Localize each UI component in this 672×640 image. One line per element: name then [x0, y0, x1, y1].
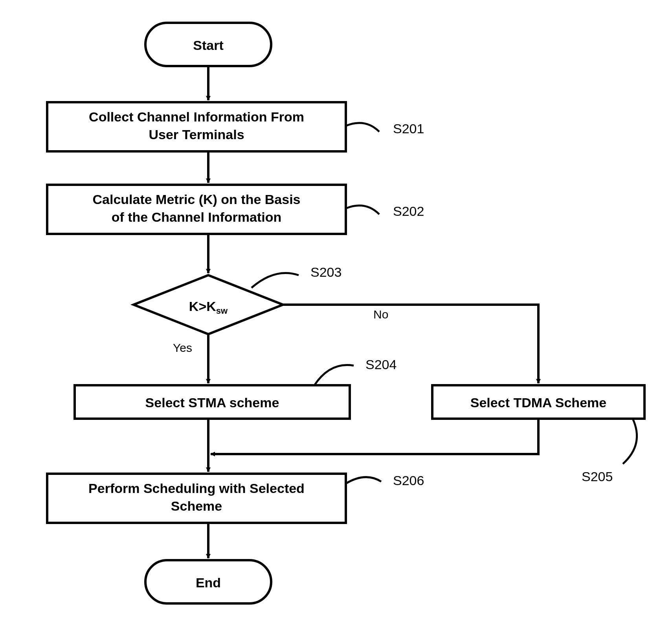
- arrow-s203-no: [283, 305, 538, 383]
- flowchart-diagram: Start Collect Channel Information From U…: [0, 0, 672, 640]
- step-s206: Perform Scheduling with Selected Scheme: [47, 474, 346, 523]
- label-s203: S203: [310, 265, 342, 280]
- svg-text:Calculate Metric (K) on the Ba: Calculate Metric (K) on the Basis: [92, 192, 300, 207]
- label-s205: S205: [582, 469, 613, 484]
- svg-text:Perform Scheduling with Select: Perform Scheduling with Selected: [88, 481, 305, 496]
- step-s202: Calculate Metric (K) on the Basis of the…: [47, 185, 346, 234]
- connector-s202: [346, 206, 379, 214]
- svg-text:Collect Channel Information Fr: Collect Channel Information From: [89, 109, 304, 124]
- arrow-s205-join: [211, 419, 538, 454]
- end-node: End: [145, 560, 271, 603]
- step-s205: Select TDMA Scheme: [432, 385, 644, 419]
- decision-s203: K>Ksw: [134, 275, 283, 334]
- connector-s201: [346, 123, 379, 132]
- connector-s205: [623, 419, 637, 464]
- label-s201: S201: [393, 121, 424, 136]
- svg-text:User Terminals: User Terminals: [149, 127, 244, 142]
- step-s201: Collect Channel Information From User Te…: [47, 102, 346, 151]
- label-s204: S204: [365, 357, 397, 372]
- svg-text:Select TDMA Scheme: Select TDMA Scheme: [470, 395, 606, 410]
- svg-text:Scheme: Scheme: [171, 498, 222, 513]
- connector-s204: [314, 365, 354, 385]
- end-label: End: [196, 575, 221, 590]
- start-label: Start: [193, 38, 223, 53]
- label-s206: S206: [393, 473, 424, 488]
- decision-no: No: [373, 308, 388, 321]
- connector-s206: [346, 477, 381, 484]
- svg-text:Select STMA scheme: Select STMA scheme: [145, 395, 279, 410]
- connector-s203: [252, 273, 299, 288]
- decision-yes: Yes: [173, 341, 192, 354]
- svg-text:of the Channel Information: of the Channel Information: [112, 210, 282, 224]
- label-s202: S202: [393, 204, 424, 219]
- start-node: Start: [145, 23, 271, 66]
- step-s204: Select STMA scheme: [75, 385, 350, 419]
